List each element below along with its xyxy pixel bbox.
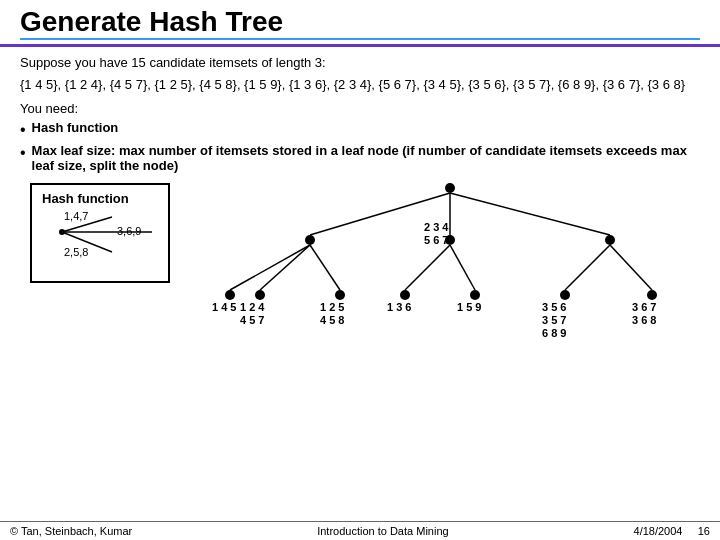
l1-right-node (605, 235, 615, 245)
mid-node-label2: 5 6 7 (424, 234, 448, 246)
bullet-dot-1: • (20, 120, 26, 139)
rr-label2: 3 6 8 (632, 314, 656, 326)
page: Generate Hash Tree Suppose you have 15 c… (0, 0, 720, 540)
svg-text:1,4,7: 1,4,7 (64, 212, 88, 222)
svg-line-14 (565, 245, 610, 290)
lr-label1: 1 2 5 (320, 301, 344, 313)
svg-text:3,6,9: 3,6,9 (117, 225, 141, 237)
ll-label2: 4 5 7 (240, 314, 264, 326)
ml-label: 1 3 6 (387, 301, 411, 313)
l-direct-leaf-node (225, 290, 235, 300)
footer: © Tan, Steinbach, Kumar Introduction to … (0, 521, 720, 540)
main-content: Suppose you have 15 candidate itemsets o… (0, 47, 720, 521)
bullet-text-1: Hash function (32, 120, 119, 135)
itemsets-text: {1 4 5}, {1 2 4}, {4 5 7}, {1 2 5}, {4 5… (20, 75, 700, 95)
bullet-dot-2: • (20, 143, 26, 162)
header: Generate Hash Tree (0, 0, 720, 47)
rl-label2: 3 5 7 (542, 314, 566, 326)
hash-function-box: Hash function 1,4,7 3,6,9 2,5,8 (30, 183, 170, 283)
intro-text: Suppose you have 15 candidate itemsets o… (20, 55, 700, 70)
divider (20, 38, 700, 40)
ll-label1: 1 2 4 (240, 301, 265, 313)
root-node (445, 183, 455, 193)
footer-slide: 16 (698, 525, 710, 537)
svg-line-9 (450, 193, 610, 235)
bullet-hash-function: • Hash function (20, 120, 700, 139)
mr-label: 1 5 9 (457, 301, 481, 313)
footer-date-slide: 4/18/2004 16 (634, 525, 710, 537)
footer-course: Introduction to Data Mining (317, 525, 448, 537)
bullet-max-leaf: • Max leaf size: max number of itemsets … (20, 143, 700, 173)
rr-node (647, 290, 657, 300)
tree-diagram: 1 2 4 4 5 7 1 2 5 4 5 8 1 3 6 1 5 9 (180, 173, 720, 383)
l-direct-label: 1 4 5 (212, 301, 236, 313)
lr-node (335, 290, 345, 300)
bullet-text-2: Max leaf size: max number of itemsets st… (32, 143, 700, 173)
hash-box-title: Hash function (42, 191, 158, 206)
svg-line-15 (610, 245, 652, 290)
svg-line-11 (310, 245, 340, 290)
hash-box-svg: 1,4,7 3,6,9 2,5,8 (42, 212, 162, 272)
rr-label1: 3 6 7 (632, 301, 656, 313)
footer-date: 4/18/2004 (634, 525, 683, 537)
rl-label1: 3 5 6 (542, 301, 566, 313)
ll-node (255, 290, 265, 300)
diagram-area: Hash function 1,4,7 3,6,9 2,5,8 (20, 183, 700, 383)
svg-line-13 (450, 245, 475, 290)
tree-svg: 1 2 4 4 5 7 1 2 5 4 5 8 1 3 6 1 5 9 (180, 173, 720, 383)
page-title: Generate Hash Tree (20, 6, 700, 38)
l1-left-node (305, 235, 315, 245)
ml-node (400, 290, 410, 300)
footer-copyright: © Tan, Steinbach, Kumar (10, 525, 132, 537)
svg-point-3 (59, 229, 65, 235)
svg-line-10 (260, 245, 310, 290)
hash-function-label: Hash function (32, 120, 119, 135)
svg-line-16 (230, 245, 310, 290)
lr-label2: 4 5 8 (320, 314, 344, 326)
rl-node (560, 290, 570, 300)
svg-text:2,5,8: 2,5,8 (64, 246, 88, 258)
rl-label3: 6 8 9 (542, 327, 566, 339)
mid-node-label1: 2 3 4 (424, 221, 449, 233)
you-need-label: You need: (20, 101, 700, 116)
svg-line-12 (405, 245, 450, 290)
mr-node (470, 290, 480, 300)
